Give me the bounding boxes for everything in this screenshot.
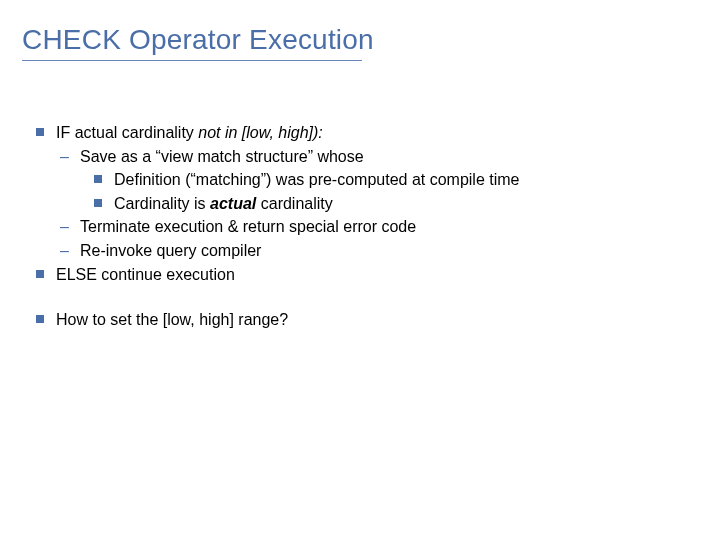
slide: CHECK Operator Execution IF actual cardi… — [0, 0, 720, 540]
bullet-else: ELSE continue execution — [36, 264, 676, 286]
bullet-if-italic: not in [low, high]): — [198, 124, 323, 141]
bullet-definition: Definition (“matching”) was pre-computed… — [94, 169, 676, 191]
slide-body: IF actual cardinality not in [low, high]… — [36, 122, 676, 333]
slide-title: CHECK Operator Execution — [22, 24, 374, 56]
bullet-cardinality-suffix: cardinality — [256, 195, 332, 212]
bullet-cardinality-bold: actual — [210, 195, 256, 212]
bullet-reinvoke: Re-invoke query compiler — [60, 240, 676, 262]
bullet-terminate: Terminate execution & return special err… — [60, 216, 676, 238]
bullet-if-prefix: IF actual cardinality — [56, 124, 198, 141]
bullet-howto: How to set the [low, high] range? — [36, 309, 676, 331]
bullet-if: IF actual cardinality not in [low, high]… — [36, 122, 676, 144]
bullet-cardinality-prefix: Cardinality is — [114, 195, 210, 212]
spacer — [36, 287, 676, 309]
bullet-cardinality: Cardinality is actual cardinality — [94, 193, 676, 215]
title-underline — [22, 60, 362, 61]
bullet-save-as: Save as a “view match structure” whose — [60, 146, 676, 168]
